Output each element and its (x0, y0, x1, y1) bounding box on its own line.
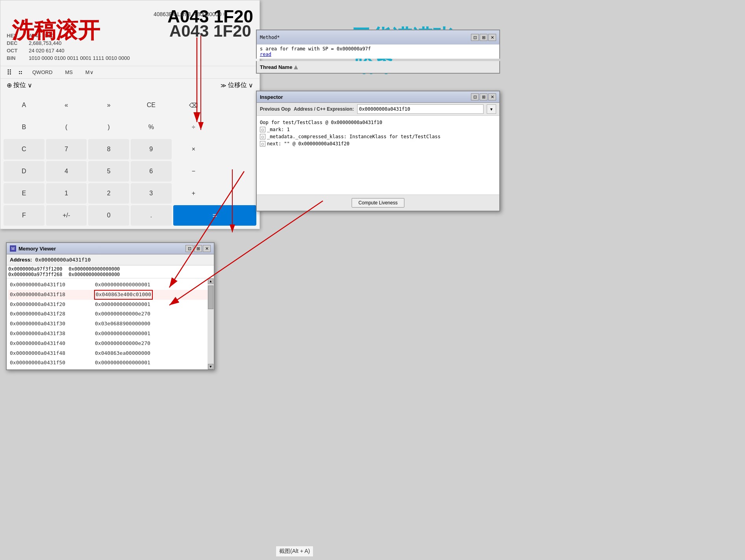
btn-c[interactable]: C (4, 139, 44, 159)
inspector-content: Oop for test/TestClass @ 0x00000000a0431… (257, 116, 499, 195)
inspector-title-bar: Inspector ⊡ ⊞ ✕ (257, 91, 499, 103)
calc-mode-bar: ⊕ 按位 ∨ ≫ 位移位 ∨ (0, 79, 259, 92)
btn-rshift[interactable]: » (88, 95, 129, 115)
shift-mode[interactable]: ≫ 位移位 ∨ (221, 81, 253, 89)
compute-liveness-btn[interactable]: Compute Liveness (352, 198, 404, 208)
btn-b[interactable]: B (4, 117, 44, 137)
memory-row-1: 0x00000000a0431f18 0x040863e400c01000 (8, 290, 212, 300)
memory-icon: M (10, 245, 16, 252)
memory-row-8: 0x00000000a0431f50 0x0000000000000001 (8, 358, 212, 368)
btn-percent[interactable]: % (131, 117, 172, 137)
prev-oop-label: Previous Oop (260, 106, 291, 112)
btn-f[interactable]: F (4, 205, 44, 226)
btn-decimal[interactable]: . (131, 205, 172, 226)
memory-row-0: 0x00000000a0431f10 0x0000000000000001 (8, 280, 212, 290)
m-btn[interactable]: M∨ (82, 68, 97, 77)
memory-scroll-rows: 0x0000000a97f3f1200 0x0000000000000000 0… (7, 265, 214, 278)
bin-label: BIN (7, 55, 22, 61)
thread-link[interactable]: read (260, 52, 271, 57)
thread-close-btn[interactable]: ✕ (488, 34, 496, 41)
address-label: Address / C++ Expression: (294, 106, 354, 112)
dots-icon: ⠶ (18, 69, 23, 76)
bit-mode[interactable]: ⊕ 按位 ∨ (7, 81, 32, 89)
inspector-expand-btn[interactable]: ⊞ (480, 93, 487, 100)
memory-addr-value: 0x00000000a0431f10 (35, 257, 91, 263)
next-text: next: "" @ 0x00000000a0431f20 (267, 141, 350, 146)
memory-win-controls: ⊡ ⊞ ✕ (185, 245, 211, 252)
btn-d[interactable]: D (4, 161, 44, 182)
address-input[interactable] (357, 104, 484, 114)
inspector-title: Inspector (260, 94, 283, 100)
scroll-val-1: 0x0000000000000000 (69, 266, 120, 272)
oct-row: OCT 24 020 617 440 (7, 48, 253, 54)
btn-a[interactable]: A (4, 95, 44, 115)
metadata-text: _metadata._compressed_klass: InstanceKla… (267, 134, 441, 139)
bit-dropdown-icon: ∨ (28, 82, 32, 89)
result-annotation: A043 1F20 (169, 22, 251, 41)
memory-scroll-up[interactable]: ▲ (208, 278, 213, 284)
btn-lparen[interactable]: ( (46, 117, 87, 137)
next-row: □ next: "" @ 0x00000000a0431f20 (260, 140, 496, 147)
memory-addr-label: Address: (10, 257, 32, 263)
btn-5[interactable]: 5 (88, 161, 129, 182)
ms-btn[interactable]: MS (62, 68, 76, 77)
sp-area: s area for frame with SP = 0x000000a97f … (256, 45, 500, 59)
btn-9[interactable]: 9 (131, 139, 172, 159)
btn-equals[interactable]: = (173, 205, 256, 226)
btn-e[interactable]: E (4, 183, 44, 204)
screenshot-label: 截图(Alt + A) (276, 546, 313, 557)
memory-scroll-down[interactable]: ▼ (208, 364, 213, 369)
scroll-addr-1: 0x0000000a97f3f1200 (8, 266, 62, 272)
btn-divide[interactable]: ÷ (173, 117, 214, 137)
chinese-title: 洗稿滚开 (12, 16, 100, 46)
inspector-address-bar: Previous Oop Address / C++ Expression: ▼ (257, 103, 499, 116)
thread-win-controls: ⊡ ⊞ ✕ (471, 34, 496, 41)
btn-negate[interactable]: +/- (46, 205, 87, 226)
memory-row-2: 0x00000000a0431f20 0x0000000000000001 (8, 300, 212, 310)
memory-title-bar: M Memory Viewer ⊡ ⊞ ✕ (7, 243, 214, 254)
bin-value: 1010 0000 0100 0011 0001 1111 0010 0000 (29, 55, 253, 61)
memory-restore-btn[interactable]: ⊡ (185, 245, 193, 252)
inspector-close-btn[interactable]: ✕ (488, 93, 496, 100)
memory-content: 0x00000000a0431f10 0x0000000000000001 0x… (7, 278, 214, 369)
thread-scrollbar: ▲ (292, 63, 299, 71)
oop-row: Oop for test/TestClass @ 0x00000000a0431… (260, 119, 496, 126)
btn-7[interactable]: 7 (46, 139, 87, 159)
memory-scroll-thumb[interactable] (208, 286, 213, 309)
inspector-footer: Compute Liveness (257, 195, 499, 211)
btn-8[interactable]: 8 (88, 139, 129, 159)
btn-lshift[interactable]: « (46, 95, 87, 115)
mark-icon: □ (260, 127, 265, 132)
btn-6[interactable]: 6 (131, 161, 172, 182)
thread-window-bar: Method* ⊡ ⊞ ✕ (256, 30, 500, 45)
memory-close-btn[interactable]: ✕ (203, 245, 211, 252)
thread-expand-btn[interactable]: ⊞ (480, 34, 487, 41)
bin-row: BIN 1010 0000 0100 0011 0001 1111 0010 0… (7, 55, 253, 61)
btn-0[interactable]: 0 (88, 205, 129, 226)
btn-subtract[interactable]: − (173, 161, 214, 182)
btn-ce[interactable]: CE (131, 95, 172, 115)
btn-multiply[interactable]: × (173, 139, 214, 159)
memory-row-3: 0x00000000a0431f28 0x000000000000e270 (8, 309, 212, 319)
qword-btn[interactable]: QWORD (29, 68, 56, 77)
scroll-addr-2: 0x0000000a97f3ff268 (8, 272, 62, 277)
shift-icon: ≫ (221, 82, 226, 89)
memory-expand-btn[interactable]: ⊞ (194, 245, 202, 252)
thread-name-bar: Thread Name ▲ (256, 61, 500, 74)
address-dropdown[interactable]: ▼ (487, 104, 496, 114)
btn-backspace[interactable]: ⌫ (173, 95, 214, 115)
btn-4[interactable]: 4 (46, 161, 87, 182)
scroll-val-2: 0x0000000000000000 (69, 272, 120, 277)
btn-add[interactable]: + (173, 183, 214, 204)
btn-rparen[interactable]: ) (88, 117, 129, 137)
oop-text: Oop for test/TestClass @ 0x00000000a0431… (260, 120, 382, 125)
btn-3[interactable]: 3 (131, 183, 172, 204)
inspector-restore-btn[interactable]: ⊡ (471, 93, 479, 100)
memory-row-5: 0x00000000a0431f38 0x0000000000000001 (8, 329, 212, 339)
btn-1[interactable]: 1 (46, 183, 87, 204)
method-text: Method* (260, 35, 280, 40)
btn-2[interactable]: 2 (88, 183, 129, 204)
thread-restore-btn[interactable]: ⊡ (471, 34, 479, 41)
memory-content-wrapper: 0x00000000a0431f10 0x0000000000000001 0x… (7, 278, 214, 369)
inspector-window: Inspector ⊡ ⊞ ✕ Previous Oop Address / C… (256, 91, 500, 211)
